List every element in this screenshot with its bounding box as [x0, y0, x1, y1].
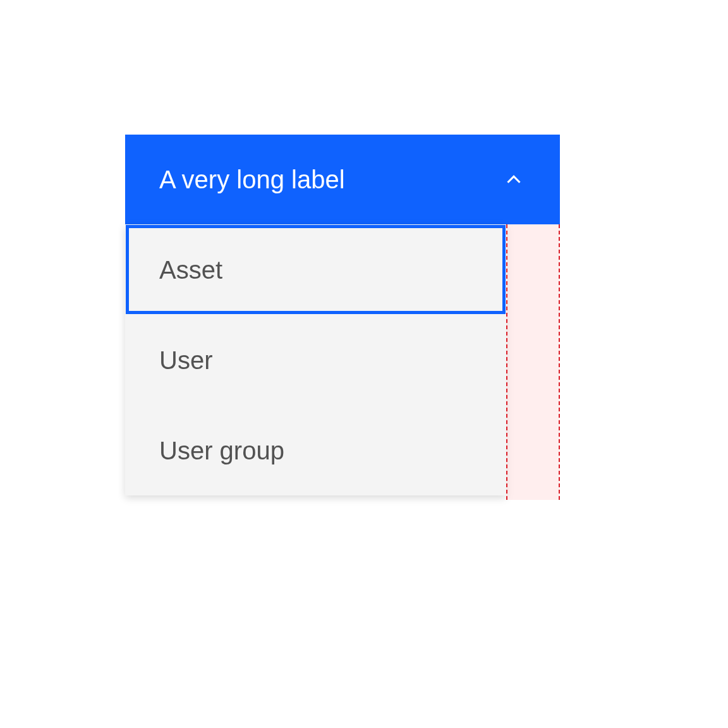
dropdown-menu: Asset User User group [125, 224, 506, 495]
overflow-indicator-region [506, 224, 560, 500]
dropdown-trigger[interactable]: A very long label [125, 135, 560, 224]
dropdown-item-user[interactable]: User [125, 315, 506, 405]
dropdown-trigger-label: A very long label [159, 166, 345, 194]
dropdown-item-asset[interactable]: Asset [125, 224, 506, 315]
dropdown-item-label: User [159, 345, 212, 375]
chevron-up-icon [502, 167, 526, 191]
dropdown-item-label: User group [159, 435, 284, 466]
dropdown: A very long label Asset User User group [125, 135, 560, 495]
dropdown-item-label: Asset [159, 255, 222, 285]
dropdown-item-user-group[interactable]: User group [125, 405, 506, 495]
